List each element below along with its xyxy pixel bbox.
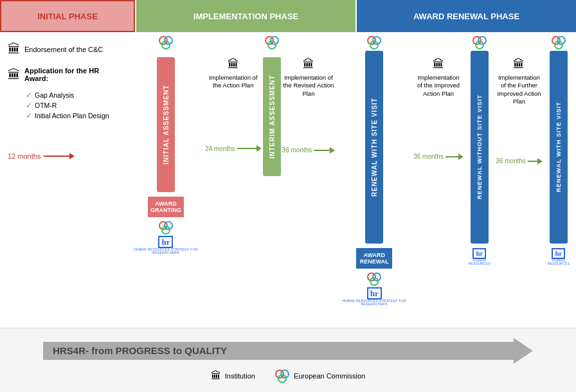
ec-circles-4 bbox=[472, 35, 487, 49]
36-months-arrow-1: 36 months bbox=[282, 145, 336, 155]
legend-ec: European Commission bbox=[274, 369, 365, 383]
svg-point-2 bbox=[162, 41, 170, 49]
institution-icon-6: 🏛 bbox=[513, 58, 525, 71]
12-months-row: 12 months bbox=[8, 152, 123, 160]
application-row: 🏛 Application for the HR Award: bbox=[8, 67, 123, 82]
institution-icon-4: 🏛 bbox=[303, 58, 314, 71]
svg-point-11 bbox=[370, 41, 378, 49]
implementation-phase-header: IMPLEMENTATION PHASE bbox=[136, 0, 356, 32]
site-visit-2-col: RENEWAL WITH SITE VISIT hr HUMAN RESOURC… bbox=[544, 35, 573, 265]
36-months-arrow-2: 36 months bbox=[413, 152, 464, 161]
progress-text: HRS4R- from PROGRESS to QUALITY bbox=[53, 345, 227, 356]
application-label: Application for the HR Award: bbox=[24, 67, 123, 82]
impl-col-1: 🏛 Implementation of the Action Plan 24 m… bbox=[205, 58, 262, 154]
award-granting-box: AWARD GRANTING bbox=[148, 197, 184, 217]
red-arrow bbox=[44, 153, 75, 159]
checkmark-1: ✓ bbox=[26, 91, 32, 100]
site-visit-1-banner: RENEWAL WITH SITE VISIT bbox=[365, 51, 383, 244]
ec-legend-icon bbox=[274, 369, 290, 383]
checklist-text-2: OTM-R bbox=[35, 102, 57, 109]
hr-logo-4: hr HUMAN RESOURCES bbox=[544, 248, 573, 265]
institution-icon-2: 🏛 bbox=[8, 67, 21, 82]
36-months-label-2: 36 months bbox=[413, 153, 444, 160]
green-arrow-head-2 bbox=[330, 147, 335, 154]
initial-phase-header: INITIAL PHASE bbox=[0, 0, 135, 32]
24-months-label: 24 months bbox=[205, 145, 235, 152]
impl-col-2: 🏛 Implementation of the Revised Action P… bbox=[282, 58, 336, 155]
institution-icon-1: 🏛 bbox=[8, 42, 21, 57]
svg-point-5 bbox=[162, 226, 170, 234]
no-site-visit-text: RENEWAL WITHOUT SITE VISIT bbox=[476, 95, 483, 200]
36-months-arrow-3: 36 months bbox=[496, 156, 543, 166]
ec-circles-3 bbox=[366, 35, 382, 49]
months-label: 12 months bbox=[8, 152, 40, 160]
interim-assessment-banner: INTERIM ASSESSMENT bbox=[263, 57, 281, 176]
svg-point-8 bbox=[268, 41, 276, 49]
site-visit-2-banner: RENEWAL WITH SITE VISIT bbox=[550, 51, 568, 244]
renewal-phase-label: AWARD RENEWAL PHASE bbox=[413, 12, 519, 21]
checkmark-2: ✓ bbox=[26, 101, 32, 110]
no-site-visit-col: RENEWAL WITHOUT SITE VISIT hr HUMAN RESO… bbox=[465, 35, 494, 265]
site-visit-2-text: RENEWAL WITH SITE VISIT bbox=[555, 102, 562, 193]
green-arrow-head-4 bbox=[537, 158, 543, 165]
endorsement-row: 🏛 Endorsement of the C&C bbox=[8, 42, 123, 57]
interim-assessment-col: INTERIM ASSESSMENT bbox=[263, 35, 281, 176]
green-arrow-line-2 bbox=[314, 150, 330, 151]
checklist-text-1: Gap Analysis bbox=[35, 91, 74, 99]
checklist-item-3: ✓ Initial Action Plan Design bbox=[26, 111, 123, 120]
green-arrow-line-1 bbox=[237, 148, 256, 149]
institution-icon-3: 🏛 bbox=[228, 58, 239, 71]
svg-point-13 bbox=[373, 273, 381, 281]
bottom-section: HRS4R- from PROGRESS to QUALITY 🏛 Instit… bbox=[0, 328, 576, 392]
impl-further-text: Implementation of the Further Improved A… bbox=[496, 74, 541, 105]
svg-point-4 bbox=[165, 222, 172, 229]
svg-point-14 bbox=[370, 278, 378, 285]
award-renewal-box: AWARD RENEWAL bbox=[356, 248, 392, 269]
initial-assessment-text: INITIAL ASSESSMENT bbox=[162, 85, 169, 165]
red-arrow-head bbox=[69, 153, 75, 159]
svg-point-10 bbox=[373, 37, 381, 44]
svg-point-7 bbox=[271, 37, 278, 44]
hr-logo-2: hr HUMAN RESOURCES STRATEGY FOR RESEARCH… bbox=[336, 287, 412, 306]
initial-phase-label: INITIAL PHASE bbox=[37, 12, 98, 21]
award-renewal-label: AWARD RENEWAL bbox=[360, 252, 389, 265]
red-arrow-line bbox=[44, 156, 69, 157]
ec-circles-1b bbox=[158, 220, 174, 235]
checklist-item-2: ✓ OTM-R bbox=[26, 101, 123, 110]
progress-arrow-container: HRS4R- from PROGRESS to QUALITY bbox=[43, 338, 533, 364]
initial-assessment-col: INITIAL ASSESSMENT AWARD GRANTING hr HUM… bbox=[128, 35, 204, 254]
big-arrow-head bbox=[514, 338, 533, 364]
svg-point-17 bbox=[476, 41, 483, 49]
legend-institution: 🏛 Institution bbox=[211, 370, 255, 382]
impl-revised-text: Implementation of the Revised Action Pla… bbox=[283, 74, 334, 98]
svg-point-19 bbox=[557, 37, 565, 44]
ec-circles-3b bbox=[366, 272, 382, 286]
24-months-arrow: 24 months bbox=[205, 144, 262, 154]
svg-point-1 bbox=[165, 37, 172, 44]
left-panel: 🏛 Endorsement of the C&C 🏛 Application f… bbox=[3, 35, 128, 328]
no-site-visit-banner: RENEWAL WITHOUT SITE VISIT bbox=[471, 51, 489, 244]
site-visit-1-col: RENEWAL WITH SITE VISIT AWARD RENEWAL hr… bbox=[336, 35, 412, 306]
institution-legend-icon: 🏛 bbox=[211, 370, 221, 382]
award-granting-label: AWARD GRANTING bbox=[150, 200, 181, 213]
impl-col-4: 🏛 Implementation of the Further Improved… bbox=[496, 58, 543, 166]
ec-circles-2 bbox=[264, 35, 280, 49]
initial-assessment-banner: INITIAL ASSESSMENT bbox=[157, 57, 175, 192]
institution-icon-5: 🏛 bbox=[433, 58, 444, 71]
svg-point-23 bbox=[278, 375, 286, 382]
checkmark-3: ✓ bbox=[26, 111, 32, 120]
impl-action-plan-text: Implementation of the Action Plan bbox=[208, 74, 259, 90]
impl-col-3: 🏛 Implementation of the Improved Action … bbox=[413, 58, 464, 161]
renewal-phase-header: AWARD RENEWAL PHASE bbox=[357, 0, 576, 32]
checklist-item-1: ✓ Gap Analysis bbox=[26, 91, 123, 100]
endorsement-label: Endorsement of the C&C bbox=[24, 46, 103, 53]
ec-circles-5 bbox=[551, 35, 566, 49]
green-arrow-line-3 bbox=[446, 156, 458, 157]
institution-legend-label: Institution bbox=[225, 372, 255, 380]
checklist-text-3: Initial Action Plan Design bbox=[35, 112, 109, 120]
big-arrow-body: HRS4R- from PROGRESS to QUALITY bbox=[43, 342, 514, 360]
36-months-label-3: 36 months bbox=[496, 157, 526, 165]
impl-improved-text: Implementation of the Improved Action Pl… bbox=[415, 74, 462, 98]
green-arrow-head-1 bbox=[256, 145, 262, 152]
svg-point-20 bbox=[555, 41, 562, 49]
